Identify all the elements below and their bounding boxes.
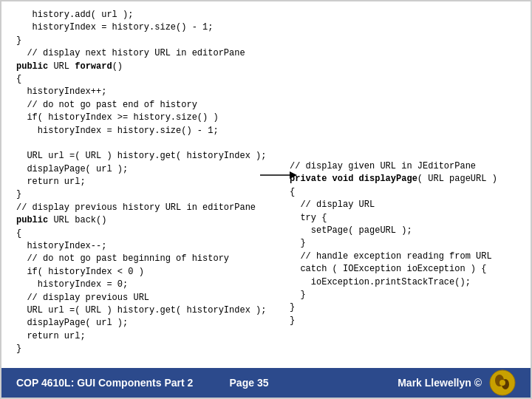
footer-title: COP 4610L: GUI Components Part 2 — [16, 377, 205, 389]
footer-author: Mark Llewellyn © — [293, 377, 482, 389]
slide-container: history.add( url ); historyIndex = histo… — [0, 0, 532, 399]
right-code-block: // display given URL in JEditorPane priv… — [290, 160, 526, 327]
footer-logo-icon — [489, 369, 516, 396]
slide-footer: COP 4610L: GUI Components Part 2 Page 35… — [1, 368, 531, 398]
footer-page: Page 35 — [205, 377, 293, 389]
left-code-block: history.add( url ); historyIndex = histo… — [16, 9, 290, 361]
svg-point-5 — [499, 380, 505, 386]
slide-content: history.add( url ); historyIndex = histo… — [1, 1, 531, 368]
